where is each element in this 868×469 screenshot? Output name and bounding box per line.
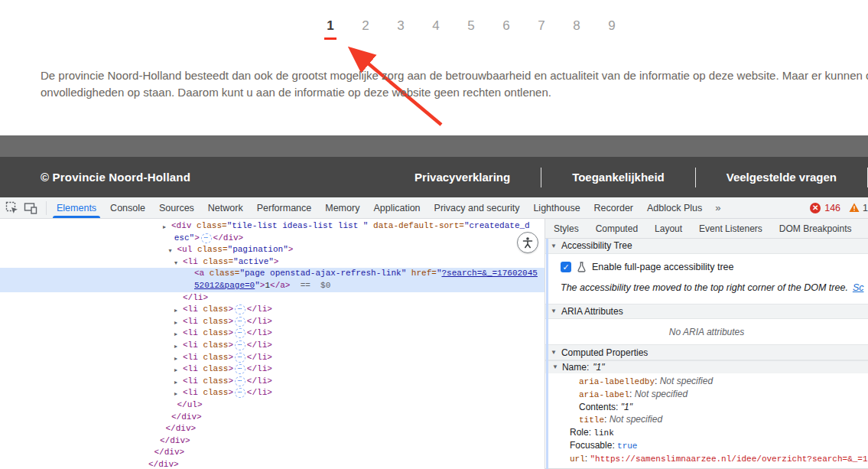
sidebar-tab-computed[interactable]: Computed (587, 223, 646, 234)
warning-icon (849, 203, 860, 213)
tab-recorder[interactable]: Recorder (587, 197, 640, 218)
error-count[interactable]: 146 (824, 203, 840, 213)
tab-sources[interactable]: Sources (152, 197, 201, 218)
sidebar-tab-layout[interactable]: Layout (646, 223, 691, 234)
code-tag: <a (194, 269, 204, 278)
property-value: "1" (621, 402, 632, 412)
code-line[interactable]: ▸<div class="tile-list ideas-list list "… (0, 220, 545, 233)
section-title: Computed Properties (561, 347, 648, 358)
tab-console[interactable]: Console (103, 197, 152, 218)
sidebar-tab-dom-breakpoints[interactable]: DOM Breakpoints (771, 223, 860, 234)
collapsed-children-badge[interactable]: ⋯ (235, 305, 245, 314)
code-line[interactable]: ▸<li class>⋯</li> (0, 376, 545, 388)
expand-arrow-closed[interactable]: ▸ (174, 328, 177, 340)
collapsed-children-badge[interactable]: ⋯ (235, 317, 245, 327)
code-tag: <li (183, 353, 198, 362)
sidebar-tab-styles[interactable]: Styles (545, 223, 587, 234)
code-link[interactable]: 52012&page=0 (194, 281, 255, 290)
tab-elements[interactable]: Elements (50, 197, 103, 218)
chevron-down-icon: ▼ (551, 243, 557, 249)
code-tag: </div> (160, 436, 190, 445)
sidebar-tab-event-listeners[interactable]: Event Listeners (691, 223, 771, 234)
collapsed-children-badge[interactable]: ⋯ (235, 340, 245, 350)
code-line[interactable]: ▸<li class>⋯</li> (0, 316, 545, 328)
inspect-element-icon[interactable] (3, 199, 21, 217)
expand-arrow-closed[interactable]: ▸ (174, 340, 177, 353)
expand-arrow-closed[interactable]: ▸ (174, 305, 177, 317)
code-tag: <div (171, 221, 191, 230)
expand-arrow-closed[interactable]: ▸ (174, 376, 177, 389)
collapsed-children-badge[interactable]: ⋯ (235, 353, 245, 363)
code-line[interactable]: </div> (0, 459, 545, 469)
a11y-moved-link[interactable]: Sc (853, 282, 864, 293)
code-line[interactable]: </li> (0, 292, 545, 305)
pagination-page-4[interactable]: 4 (430, 18, 442, 40)
code-tag: </li> (247, 305, 272, 314)
code-line[interactable]: ▾<ul class="pagination"> (0, 244, 545, 256)
code-line[interactable]: </div> (0, 435, 545, 448)
warning-badge[interactable]: 1 (849, 203, 868, 213)
device-toolbar-icon[interactable] (21, 199, 40, 217)
expand-arrow-closed[interactable]: ▸ (174, 364, 177, 376)
aria-attributes-section-header[interactable]: ▼ ARIA Attributes (545, 304, 868, 320)
tab-adblock-plus[interactable]: Adblock Plus (640, 197, 709, 218)
tab-privacy-and-security[interactable]: Privacy and security (427, 197, 527, 218)
pagination-page-5[interactable]: 5 (465, 18, 477, 40)
code-line[interactable]: esc">⋯</div> (0, 233, 545, 245)
pagination-page-9[interactable]: 9 (606, 18, 618, 40)
code-line[interactable]: </div> (0, 412, 545, 424)
footer-copyright: © Provincie Noord-Holland (41, 171, 190, 184)
accessibility-overlay-icon[interactable] (517, 232, 538, 253)
code-line[interactable]: ▸<li class>⋯</li> (0, 304, 545, 316)
sidebar-scrollbar[interactable] (546, 239, 548, 469)
accessibility-tree-section-header[interactable]: ▼ Accessibility Tree (545, 239, 868, 254)
code-line[interactable]: </div> (0, 423, 545, 435)
tab-memory[interactable]: Memory (318, 197, 366, 218)
fullpage-a11y-checkbox[interactable]: ✓ (561, 262, 571, 272)
code-line[interactable]: ▸<li class>⋯</li> (0, 363, 545, 376)
pagination-page-8[interactable]: 8 (571, 18, 583, 40)
pagination-page-6[interactable]: 6 (500, 18, 512, 40)
chevron-down-icon: ▼ (551, 349, 557, 356)
pagination-page-3[interactable]: 3 (395, 18, 407, 40)
code-link[interactable]: ?search=&_=17602045 (441, 269, 537, 278)
expand-arrow-closed[interactable]: ▸ (174, 353, 177, 365)
expand-arrow-closed[interactable]: ▸ (174, 388, 177, 400)
footer-link-privacyverklaring[interactable]: Privacyverklaring (384, 171, 541, 184)
tab-network[interactable]: Network (201, 197, 250, 218)
pagination-page-2[interactable]: 2 (359, 18, 372, 40)
code-line-selected[interactable]: <a class="page openstad-ajax-refresh-lin… (0, 268, 545, 280)
collapsed-children-badge[interactable]: ⋯ (201, 233, 212, 243)
expand-arrow-closed[interactable]: ▸ (163, 221, 166, 233)
computed-name-row[interactable]: ▼ Name: "1" (545, 360, 868, 373)
code-tag: > (228, 340, 233, 350)
code-line[interactable]: ▸<li class>⋯</li> (0, 327, 545, 340)
code-line[interactable]: ▸<li class>⋯</li> (0, 352, 545, 364)
expand-arrow-closed[interactable]: ▸ (174, 317, 177, 329)
footer-link-toegankelijkheid[interactable]: Toegankelijkheid (541, 171, 695, 184)
code-line[interactable]: ▾<li class="active"> (0, 256, 545, 269)
error-icon[interactable]: ✕ (810, 203, 821, 213)
tab-performance[interactable]: Performance (250, 197, 319, 218)
footer-link-veelgestelde-vragen[interactable]: Veelgestelde vragen (696, 171, 867, 184)
computed-property-row: aria-labelledby: Not specified (545, 375, 868, 388)
expand-arrow-open[interactable]: ▾ (174, 257, 177, 269)
code-line[interactable]: </ul> (0, 399, 545, 412)
pagination-page-1[interactable]: 1 (324, 18, 336, 40)
computed-properties-section-header[interactable]: ▼ Computed Properties (545, 344, 868, 360)
collapsed-children-badge[interactable]: ⋯ (235, 364, 245, 374)
expand-arrow-open[interactable]: ▾ (169, 245, 172, 257)
collapsed-children-badge[interactable]: ⋯ (235, 388, 245, 398)
code-line[interactable]: ▸<li class>⋯</li> (0, 340, 545, 352)
collapsed-children-badge[interactable]: ⋯ (235, 328, 245, 338)
tab-application[interactable]: Application (366, 197, 427, 218)
code-attr: class (198, 376, 229, 386)
code-attr: class (198, 328, 229, 337)
code-line-selected[interactable]: 52012&page=0">1</a> == $0 (0, 280, 545, 292)
code-line[interactable]: ▸<li class>⋯</li> (0, 387, 545, 399)
collapsed-children-badge[interactable]: ⋯ (235, 376, 245, 386)
more-tabs-chevron[interactable]: » (709, 197, 725, 218)
tab-lighthouse[interactable]: Lighthouse (526, 197, 587, 218)
pagination-page-7[interactable]: 7 (535, 18, 548, 40)
code-line[interactable]: </div> (0, 447, 545, 459)
